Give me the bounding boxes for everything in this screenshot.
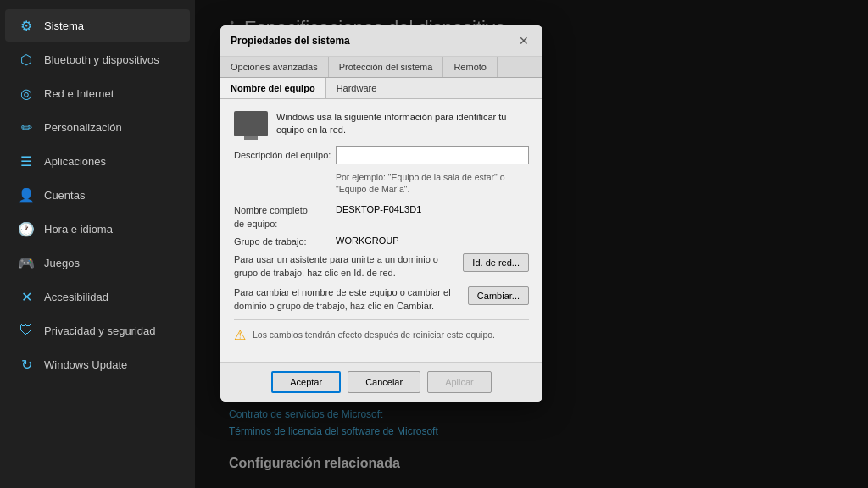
accesibilidad-icon: ✕	[19, 289, 34, 304]
red-icon: ◎	[19, 86, 34, 101]
description-row: Descripción del equipo:	[234, 146, 529, 164]
sidebar-item-cuentas[interactable]: 👤 Cuentas	[5, 179, 190, 211]
tab-remoto[interactable]: Remoto	[443, 57, 498, 77]
prop-label-workgroup: Grupo de trabajo:	[234, 236, 336, 248]
prop-value-workgroup: WORKGROUP	[336, 236, 399, 248]
sidebar-label-sistema: Sistema	[44, 19, 84, 32]
description-hint: Por ejemplo: "Equipo de la sala de estar…	[336, 171, 529, 196]
sidebar-item-privacidad[interactable]: 🛡 Privacidad y seguridad	[5, 314, 190, 347]
sidebar-label-personalizacion: Personalización	[44, 121, 122, 134]
hora-icon: 🕐	[19, 221, 34, 236]
action-text-1: Para usar un asistente para unirte a un …	[234, 253, 454, 280]
cambiar-button[interactable]: Cambiar...	[468, 286, 529, 305]
cuentas-icon: 👤	[19, 187, 34, 202]
dialog-titlebar: Propiedades del sistema ✕	[220, 25, 542, 57]
dialog-body: Windows usa la siguiente información par…	[220, 99, 542, 362]
dialog-tabs: Opciones avanzadas Protección del sistem…	[220, 57, 542, 78]
prop-value-name: DESKTOP-F04L3D1	[336, 204, 421, 230]
warning-text: Los cambios tendrán efecto después de re…	[253, 330, 495, 340]
sidebar-item-aplicaciones[interactable]: ☰ Aplicaciones	[5, 145, 190, 177]
tab-opciones-avanzadas[interactable]: Opciones avanzadas	[220, 57, 329, 77]
description-input[interactable]	[336, 146, 529, 164]
pc-icon	[234, 111, 268, 136]
prop-row-name: Nombre completo de equipo: DESKTOP-F04L3…	[234, 204, 529, 230]
sidebar-label-bluetooth: Bluetooth y dispositivos	[44, 53, 159, 66]
sidebar-item-hora[interactable]: 🕐 Hora e idioma	[5, 213, 190, 245]
dialog-warning: ⚠ Los cambios tendrán efecto después de …	[234, 319, 529, 350]
accept-button[interactable]: Aceptar	[271, 371, 341, 393]
dialog-close-button[interactable]: ✕	[515, 32, 532, 49]
dialog-footer: Aceptar Cancelar Aplicar	[220, 362, 542, 402]
warning-icon: ⚠	[234, 327, 246, 343]
prop-row-workgroup: Grupo de trabajo: WORKGROUP	[234, 236, 529, 248]
sidebar-label-cuentas: Cuentas	[44, 189, 85, 202]
sidebar-item-accesibilidad[interactable]: ✕ Accesibilidad	[5, 280, 190, 313]
personalizacion-icon: ✏	[19, 119, 34, 135]
action-row-1: Para usar un asistente para unirte a un …	[234, 253, 529, 280]
sidebar-label-red: Red e Internet	[44, 87, 114, 100]
windowsupdate-icon: ↻	[19, 357, 34, 372]
action-text-2: Para cambiar el nombre de este equipo o …	[234, 286, 459, 313]
apply-button[interactable]: Aplicar	[427, 371, 492, 393]
juegos-icon: 🎮	[19, 255, 34, 270]
sidebar-label-privacidad: Privacidad y seguridad	[44, 324, 156, 337]
sidebar-item-personalizacion[interactable]: ✏ Personalización	[5, 111, 190, 143]
aplicaciones-icon: ☰	[19, 153, 34, 169]
dialog-overlay: Propiedades del sistema ✕ Opciones avanz…	[195, 0, 868, 488]
prop-label-name: Nombre completo de equipo:	[234, 204, 336, 230]
id-red-button[interactable]: Id. de red...	[463, 253, 529, 272]
sidebar-label-juegos: Juegos	[44, 257, 80, 269]
action-row-2: Para cambiar el nombre de este equipo o …	[234, 286, 529, 313]
privacidad-icon: 🛡	[19, 323, 34, 338]
system-properties-dialog: Propiedades del sistema ✕ Opciones avanz…	[220, 25, 542, 402]
tab-proteccion-sistema[interactable]: Protección del sistema	[329, 57, 444, 77]
sidebar-label-aplicaciones: Aplicaciones	[44, 155, 106, 168]
sidebar-item-sistema[interactable]: ⚙ Sistema	[5, 9, 190, 42]
dialog-info-text: Windows usa la siguiente información par…	[276, 111, 529, 137]
dialog-info-row: Windows usa la siguiente información par…	[234, 111, 529, 137]
sidebar-label-windowsupdate: Windows Update	[44, 358, 127, 371]
sidebar-item-windowsupdate[interactable]: ↻ Windows Update	[5, 348, 190, 380]
subtab-hardware[interactable]: Hardware	[326, 78, 388, 98]
sistema-icon: ⚙	[19, 18, 34, 33]
cancel-button[interactable]: Cancelar	[348, 371, 420, 393]
bluetooth-icon: ⬡	[19, 52, 34, 67]
description-label: Descripción del equipo:	[234, 150, 336, 160]
sidebar-label-accesibilidad: Accesibilidad	[44, 291, 108, 303]
main-content: ℹ Especificaciones del dispositivo i7-10…	[195, 0, 868, 488]
sidebar-item-juegos[interactable]: 🎮 Juegos	[5, 247, 190, 279]
dialog-title-text: Propiedades del sistema	[231, 35, 350, 47]
dialog-subtabs: Nombre del equipo Hardware	[220, 78, 542, 99]
sidebar: ⚙ Sistema ⬡ Bluetooth y dispositivos ◎ R…	[0, 0, 195, 488]
sidebar-label-hora: Hora e idioma	[44, 223, 113, 236]
sidebar-item-bluetooth[interactable]: ⬡ Bluetooth y dispositivos	[5, 43, 190, 75]
subtab-nombre-equipo[interactable]: Nombre del equipo	[220, 78, 326, 98]
sidebar-item-red[interactable]: ◎ Red e Internet	[5, 77, 190, 109]
